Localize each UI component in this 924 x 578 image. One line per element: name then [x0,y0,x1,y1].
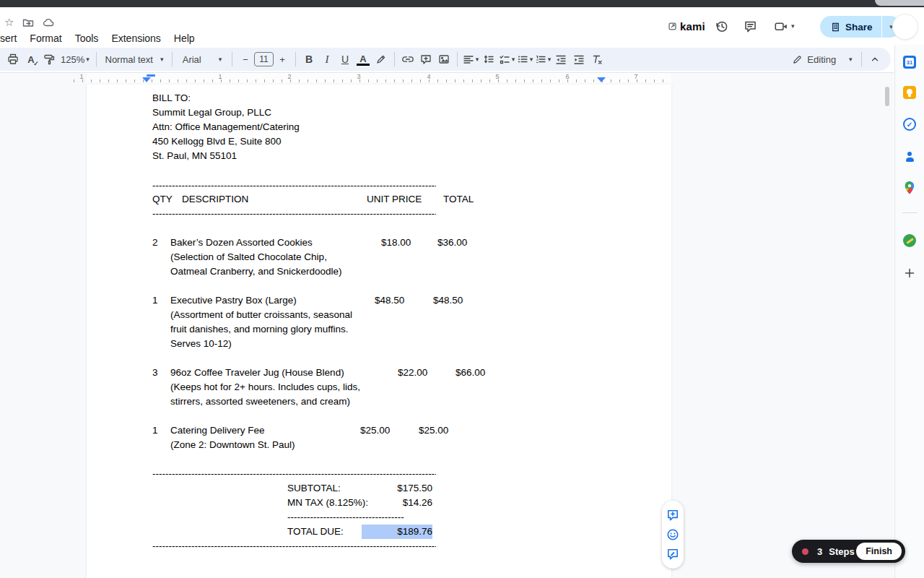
increase-indent-button[interactable] [570,50,588,69]
item-desc-line[interactable]: stirrers, assorted sweeteners, and cream… [170,394,350,409]
decrease-font-button[interactable]: − [237,50,254,69]
collapse-toolbar-button[interactable] [866,50,884,69]
bullet-list-button[interactable]: ▾ [516,50,533,69]
left-indent-marker[interactable] [142,77,151,82]
highlight-color-button[interactable] [372,50,390,69]
ruler[interactable]: 1 1 2 3 4 5 6 7 [0,72,894,83]
google-tasks-shortcut[interactable]: ✓ [902,117,917,131]
bill-to-line[interactable]: St. Paul, MN 55101 [152,149,237,163]
kami-extension-button[interactable]: kami [668,20,705,33]
bill-to-line[interactable]: BILL TO: [152,91,191,105]
text-color-button[interactable]: A [354,50,372,69]
column-header-total[interactable]: TOTAL [443,192,474,207]
menu-extensions[interactable]: Extensions [105,33,167,44]
right-indent-marker[interactable] [597,77,606,82]
item-qty[interactable]: 1 [152,293,158,308]
item-name[interactable]: 96oz Coffee Traveler Jug (House Blend) [170,366,344,380]
print-button[interactable] [4,50,22,69]
menu-help[interactable]: Help [167,33,201,44]
italic-button[interactable]: I [318,50,336,69]
total-due-label[interactable]: TOTAL DUE: [287,525,344,539]
total-due-value-highlighted[interactable]: $189.76 [362,525,432,539]
mode-select[interactable]: Editing ▾ [788,50,857,69]
google-contacts-shortcut[interactable] [902,150,917,164]
column-header-description[interactable]: DESCRIPTION [182,192,248,207]
checklist-button[interactable]: ▾ [498,50,515,69]
invoice-divider[interactable]: ----------------------------------------… [152,178,436,193]
cloud-saved-icon[interactable] [43,17,55,28]
spellcheck-button[interactable]: A✓ [22,50,40,69]
item-qty[interactable]: 1 [152,423,158,438]
document-page[interactable]: BILL TO: Summit Legal Group, PLLC Attn: … [87,85,671,578]
google-maps-shortcut[interactable] [902,181,917,195]
decrease-indent-button[interactable] [552,50,570,69]
item-unit-price[interactable]: $25.00 [360,423,390,438]
underline-button[interactable]: U [336,50,354,69]
insert-image-button[interactable] [435,50,453,69]
item-name[interactable]: Baker’s Dozen Assorted Cookies [170,236,313,250]
item-name[interactable]: Executive Pastry Box (Large) [170,293,297,308]
google-keep-shortcut[interactable] [902,85,917,100]
align-button[interactable]: ▾ [462,50,479,69]
increase-font-button[interactable]: + [274,50,291,69]
scrollbar-thumb[interactable] [885,87,889,106]
subtotal-value[interactable]: $175.50 [303,481,432,496]
item-total[interactable]: $25.00 [419,423,448,438]
invoice-divider[interactable]: ----------------------------------------… [152,539,436,553]
item-desc-line[interactable]: fruit danishes, and morning glory muffin… [170,322,349,337]
chevron-down-icon[interactable]: ▾ [791,23,795,30]
item-total[interactable]: $36.00 [437,236,467,250]
font-size-input[interactable] [254,52,274,66]
join-call-button[interactable]: ▾ [774,20,795,33]
add-comment-button[interactable] [417,50,435,69]
first-line-indent-marker[interactable] [147,74,155,77]
item-desc-line[interactable]: Serves 10-12) [170,337,232,351]
open-comments-button[interactable] [744,20,757,33]
paragraph-style-select[interactable]: Normal text ▾ [101,50,167,69]
invoice-divider-short[interactable]: ------------------------------------ [287,510,405,525]
item-desc-line[interactable]: (Keeps hot for 2+ hours. Includes cups, … [170,380,360,394]
font-select[interactable]: Arial ▾ [177,50,227,69]
item-desc-line[interactable]: (Assortment of butter croissants, season… [170,308,352,322]
bold-button[interactable]: B [300,50,318,69]
user-avatar[interactable] [892,14,918,40]
bill-to-line[interactable]: Summit Legal Group, PLLC [152,105,271,120]
item-name[interactable]: Catering Delivery Fee [170,423,265,438]
item-unit-price[interactable]: $18.00 [381,236,411,250]
move-folder-icon[interactable] [22,17,34,28]
clear-formatting-button[interactable] [588,50,606,69]
numbered-list-button[interactable]: ▾ [534,50,552,69]
column-header-unit-price[interactable]: UNIT PRICE [367,192,422,207]
item-unit-price[interactable]: $48.50 [375,293,404,308]
invoice-divider[interactable]: ----------------------------------------… [152,207,436,221]
bill-to-line[interactable]: 450 Kellogg Blvd E, Suite 800 [152,134,282,149]
version-history-button[interactable] [715,20,728,33]
item-qty[interactable]: 3 [152,366,158,380]
emoji-reaction-fab[interactable] [665,527,681,543]
item-desc-line[interactable]: (Selection of Salted Chocolate Chip, [170,250,327,264]
share-button[interactable]: Share [820,16,881,38]
get-addons-button[interactable] [902,266,917,280]
tax-value[interactable]: $14.26 [303,496,432,510]
menu-tools[interactable]: Tools [69,33,105,44]
star-icon[interactable]: ☆ [4,17,14,28]
item-unit-price[interactable]: $22.00 [398,366,427,380]
item-qty[interactable]: 2 [152,236,158,250]
kami-steps-pill[interactable]: 3 Steps Finish [792,540,905,563]
invoice-divider[interactable]: ----------------------------------------… [152,467,436,481]
column-header-qty[interactable]: QTY [152,192,173,207]
item-desc-line[interactable]: Oatmeal Cranberry, and Snickerdoodle) [170,264,342,279]
item-total[interactable]: $48.50 [433,293,463,308]
line-spacing-button[interactable] [480,50,497,69]
add-comment-fab[interactable] [665,507,681,523]
addon-shortcut[interactable] [902,233,917,248]
item-total[interactable]: $66.00 [456,366,485,380]
finish-button[interactable]: Finish [856,543,902,560]
google-calendar-shortcut[interactable]: 31 [902,55,917,69]
suggest-edit-fab[interactable] [665,546,681,562]
item-desc-line[interactable]: (Zone 2: Downtown St. Paul) [170,438,295,452]
menu-format[interactable]: Format [23,33,68,44]
menu-insert-partial[interactable]: sert [0,33,23,44]
bill-to-line[interactable]: Attn: Office Management/Catering [152,120,300,134]
insert-link-button[interactable] [399,50,417,69]
